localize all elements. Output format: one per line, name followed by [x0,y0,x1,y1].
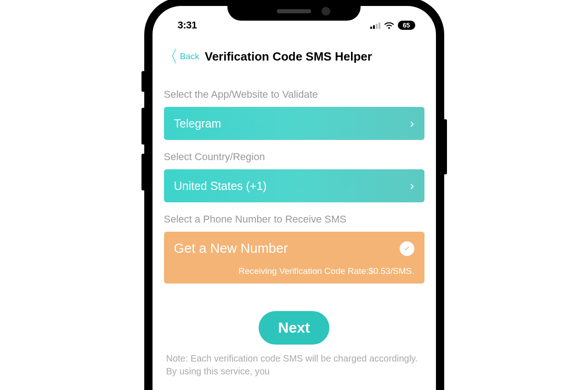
back-button[interactable]: Back [180,51,199,61]
get-new-number-label: Get a New Number [174,241,288,256]
app-selector[interactable]: Telegram › [164,107,424,140]
navigation-bar: 〈 Back Verification Code SMS Helper [153,34,436,73]
wifi-icon [384,22,394,29]
app-selected-value: Telegram [174,117,221,130]
note-text: Note: Each verification code SMS will be… [164,352,424,378]
checkmark-icon [400,241,414,256]
chevron-right-icon: › [410,116,414,131]
next-button[interactable]: Next [259,311,329,345]
page-title: Verification Code SMS Helper [205,50,372,64]
country-selected-value: United States (+1) [174,179,267,193]
country-selector[interactable]: United States (+1) › [164,169,424,202]
phone-frame: 3:31 65 〈 Back Verification Code SMS Hel… [144,0,444,390]
status-time: 3:31 [178,19,197,31]
chevron-right-icon: › [410,178,414,193]
phone-section-label: Select a Phone Number to Receive SMS [164,213,424,225]
rate-info: Receiving Verification Code Rate:$0.53/S… [174,266,414,276]
phone-number-option[interactable]: Get a New Number Receiving Verification … [164,232,424,284]
phone-screen: 3:31 65 〈 Back Verification Code SMS Hel… [153,6,436,390]
app-section-label: Select the App/Website to Validate [164,89,424,100]
back-chevron-icon[interactable]: 〈 [162,48,178,65]
battery-indicator: 65 [398,21,415,30]
cellular-signal-icon [370,22,380,29]
country-section-label: Select Country/Region [164,151,424,163]
